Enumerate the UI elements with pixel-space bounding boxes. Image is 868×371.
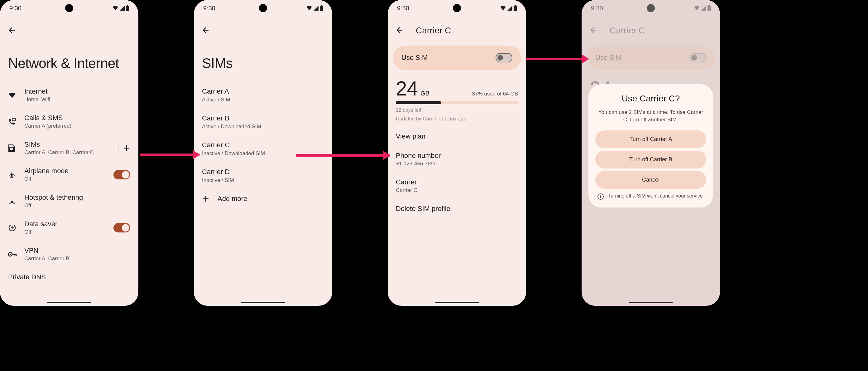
- phone-sms-icon: [8, 118, 16, 125]
- phone-carrier-detail: 9:30 Carrier C Use SIM 24 GB 37% used of…: [388, 0, 526, 306]
- use-sim-row[interactable]: Use SIM: [393, 46, 521, 70]
- sim-carrier-c[interactable]: Carrier C Inactive / Downloaded SIM: [202, 136, 324, 162]
- page-title: Carrier C: [416, 26, 451, 35]
- svg-rect-3: [10, 147, 13, 150]
- row-sub: Off: [24, 229, 114, 235]
- status-icons: [306, 5, 323, 11]
- row-title: Data saver: [24, 220, 114, 228]
- data-bar-fill: [396, 101, 441, 104]
- view-plan-label: View plan: [396, 132, 518, 140]
- row-title: SIMs: [24, 140, 118, 148]
- signal-icon: [701, 6, 706, 10]
- use-sim-toggle: [689, 53, 706, 62]
- data-updated: Updated by Carrier C 1 day ago: [396, 116, 518, 122]
- info-icon: [597, 193, 604, 200]
- plus-icon[interactable]: [123, 144, 130, 152]
- view-plan-row[interactable]: View plan: [396, 127, 518, 146]
- cancel-button[interactable]: Cancel: [595, 171, 706, 189]
- dialog-footnote: Turning off a SIM won't cancel your serv…: [595, 193, 706, 200]
- phone-number-row[interactable]: Phone number +1-123-456-7890: [396, 146, 518, 173]
- datasaver-toggle[interactable]: [114, 223, 130, 232]
- row-title: Internet: [24, 87, 130, 95]
- row-datasaver[interactable]: Data saver Off: [8, 215, 130, 241]
- row-sub: Carrier A, Carrier B, Carrier C: [24, 149, 118, 156]
- svg-rect-16: [600, 196, 601, 198]
- back-button: [590, 25, 601, 36]
- row-sub: Carrier A, Carrier B: [24, 256, 130, 262]
- sim-name: Carrier C: [202, 141, 324, 149]
- sim-name: Carrier B: [202, 114, 324, 122]
- carrier-row[interactable]: Carrier Carrier C: [396, 173, 518, 199]
- row-calls-sms[interactable]: Calls & SMS Carrier A (preferred): [8, 108, 130, 135]
- data-days-left: 12 days left: [396, 107, 518, 113]
- row-internet[interactable]: Internet Home_Wifi: [8, 82, 130, 108]
- data-bar: [396, 101, 518, 104]
- airplane-toggle[interactable]: [114, 170, 130, 179]
- delete-sim-row[interactable]: Delete SIM profile: [396, 199, 518, 219]
- back-button[interactable]: [8, 25, 19, 36]
- wifi-icon: [694, 6, 700, 10]
- nav-handle[interactable]: [241, 302, 285, 303]
- battery-icon: [320, 5, 323, 11]
- page-title: Network & Internet: [8, 56, 130, 71]
- phone-network-internet: 9:30 Network & Internet Internet Home_Wi…: [0, 0, 138, 306]
- vpn-key-icon: [8, 252, 17, 257]
- row-title: Hotspot & tethering: [24, 194, 130, 202]
- sim-icon: [8, 144, 15, 152]
- back-button[interactable]: [202, 25, 213, 36]
- airplane-icon: [8, 171, 16, 178]
- flow-arrow-2: [296, 154, 390, 156]
- row-sub: Carrier A (preferred): [24, 123, 130, 129]
- phone-value: +1-123-456-7890: [396, 161, 518, 167]
- signal-icon: [314, 6, 318, 10]
- row-sub: Off: [24, 176, 114, 182]
- wifi-icon: [8, 92, 16, 98]
- row-private-dns[interactable]: Private DNS: [8, 267, 130, 281]
- svg-rect-13: [708, 5, 710, 6]
- wifi-icon: [500, 6, 506, 10]
- turn-off-carrier-a-button[interactable]: Turn off Carrier A: [595, 131, 706, 148]
- dialog-title: Use Carrier C?: [595, 94, 706, 104]
- use-sim-toggle[interactable]: [496, 53, 513, 62]
- svg-rect-11: [515, 5, 516, 6]
- use-sim-label: Use SIM: [401, 54, 496, 62]
- svg-point-15: [600, 195, 601, 196]
- svg-rect-2: [12, 118, 16, 121]
- nav-handle[interactable]: [435, 302, 479, 303]
- dialog-footnote-text: Turning off a SIM won't cancel your serv…: [608, 193, 703, 199]
- row-title: VPN: [24, 247, 130, 255]
- sim-carrier-b[interactable]: Carrier B Active / Downloaded SIM: [202, 109, 324, 136]
- page-title: SIMs: [202, 56, 324, 71]
- svg-point-7: [10, 254, 11, 255]
- nav-handle[interactable]: [48, 302, 91, 303]
- arrow-back-icon: [8, 27, 16, 35]
- row-vpn[interactable]: VPN Carrier A, Carrier B: [8, 241, 130, 267]
- signal-icon: [507, 6, 513, 10]
- sim-carrier-a[interactable]: Carrier A Active / SIM: [202, 82, 324, 109]
- row-airplane[interactable]: Airplane mode Off: [8, 161, 130, 188]
- page-title: Carrier C: [610, 26, 645, 35]
- flow-arrow-1: [140, 153, 199, 156]
- battery-icon: [126, 5, 129, 11]
- delete-sim-label: Delete SIM profile: [396, 205, 518, 213]
- wifi-icon: [112, 6, 118, 10]
- arrow-back-icon: [590, 27, 598, 35]
- data-usage-block: 24 GB 37% used of 64 GB 12 days left Upd…: [396, 79, 518, 127]
- datasaver-icon: [8, 224, 16, 232]
- status-time: 9:30: [9, 5, 22, 12]
- row-sub: Home_Wifi: [24, 96, 130, 103]
- turn-off-carrier-b-button[interactable]: Turn off Carrier B: [595, 151, 706, 169]
- sim-carrier-d[interactable]: Carrier D Inactive / SIM: [202, 162, 324, 189]
- camera-punchhole: [453, 4, 461, 12]
- back-button[interactable]: [396, 25, 407, 36]
- row-hotspot[interactable]: Hotspot & tethering Off: [8, 188, 130, 215]
- row-sub: Off: [24, 202, 130, 209]
- nav-handle[interactable]: [629, 302, 673, 303]
- sim-status: Inactive / SIM: [202, 177, 324, 183]
- row-title: Airplane mode: [24, 167, 114, 175]
- add-more-button[interactable]: Add more: [202, 189, 324, 208]
- use-carrier-dialog: Use Carrier C? You can use 2 SIMs at a t…: [588, 84, 713, 207]
- row-sims[interactable]: SIMs Carrier A, Carrier B, Carrier C: [8, 135, 130, 161]
- sim-name: Carrier A: [202, 87, 324, 95]
- arrow-back-icon: [202, 27, 210, 35]
